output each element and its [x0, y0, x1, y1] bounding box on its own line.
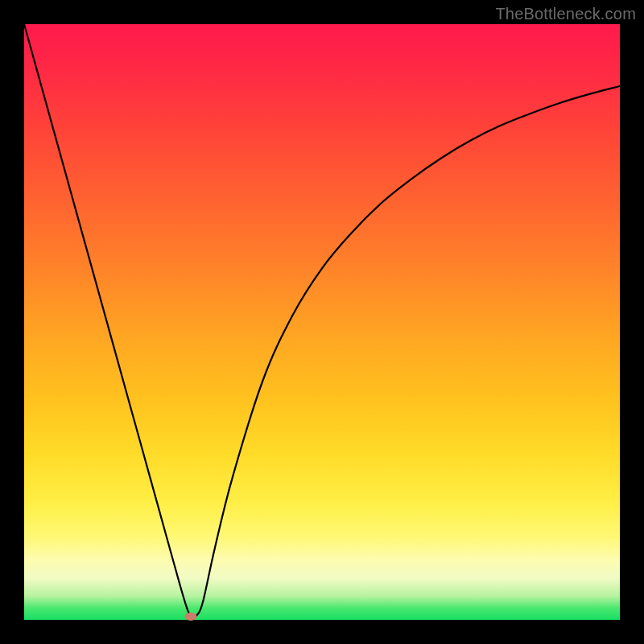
watermark-text: TheBottleneck.com — [495, 5, 636, 23]
chart-frame: TheBottleneck.com — [0, 0, 644, 644]
curve-min-marker — [185, 613, 197, 621]
bottleneck-curve — [24, 24, 620, 620]
plot-area — [24, 24, 620, 620]
